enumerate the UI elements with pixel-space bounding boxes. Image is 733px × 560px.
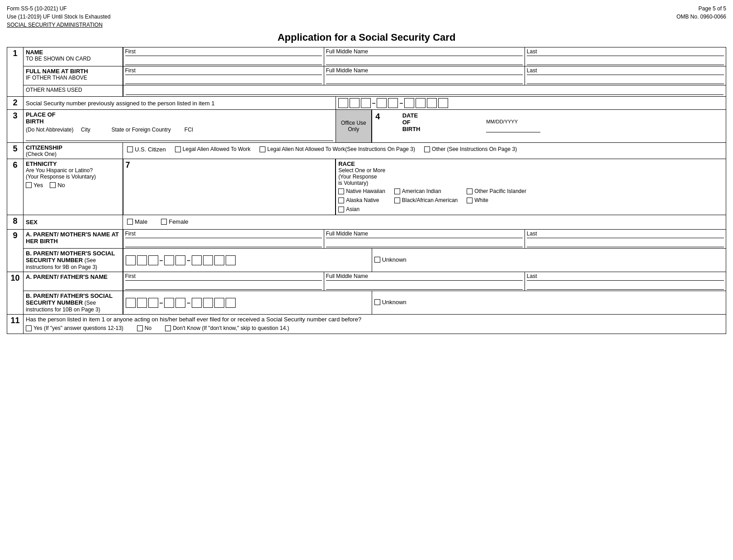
- input-birth-first[interactable]: [125, 76, 322, 84]
- row-number-1: 1: [7, 47, 24, 97]
- ssn-box-1[interactable]: [338, 98, 348, 108]
- col-middle-birth: Full Middle Name: [326, 67, 523, 75]
- row4-number: 4: [374, 111, 402, 133]
- input-place-of-birth[interactable]: [26, 133, 333, 141]
- citizenship-legal-alien-allowed[interactable]: Legal Alien Allowed To Work: [175, 146, 251, 152]
- checkbox-legal-alien-not-allowed[interactable]: [260, 146, 265, 152]
- row10b-ssn: – –: [123, 291, 372, 315]
- row5-label: CITIZENSHIP (Check One): [24, 143, 123, 159]
- checkbox-ethnicity-no[interactable]: [50, 182, 56, 188]
- row9b-label: B. PARENT/ MOTHER'S SOCIAL SECURITY NUMB…: [24, 249, 123, 272]
- col-last: Last: [527, 48, 724, 56]
- agency: SOCIAL SECURITY ADMINISTRATION: [7, 21, 110, 29]
- race-other-pacific[interactable]: Other Pacific Islander: [467, 188, 526, 194]
- use-note: Use (11-2019) UF Until Stock Is Exhauste…: [7, 13, 110, 21]
- input-mother-first[interactable]: [125, 239, 322, 247]
- ssn-box-8[interactable]: [427, 98, 437, 108]
- page-title: Application for a Social Security Card: [7, 32, 726, 43]
- row3-label: PLACE OF BIRTH (Do Not Abbreviate) City …: [24, 110, 336, 143]
- input-name-middle[interactable]: [326, 57, 523, 65]
- row10b-unknown: Unknown: [372, 291, 726, 315]
- row11-no[interactable]: No: [137, 325, 151, 331]
- input-father-middle[interactable]: [326, 282, 523, 290]
- checkbox-us-citizen[interactable]: [127, 146, 133, 152]
- row10a-name-fields: First Full Middle Name Last: [123, 272, 726, 291]
- row2-label: Social Security number previously assign…: [24, 97, 336, 110]
- row1-birth-name-fields: First Full Middle Name Last: [123, 66, 726, 85]
- ethnicity-no[interactable]: No: [50, 182, 65, 188]
- row-number-11: 11: [7, 315, 24, 334]
- row5-options: U.S. Citizen Legal Alien Allowed To Work…: [123, 143, 726, 159]
- header-left: Form SS-5 (10-2021) UF Use (11-2019) UF …: [7, 5, 110, 29]
- ssn-box-4[interactable]: [377, 98, 387, 108]
- ssn-box-6[interactable]: [404, 98, 414, 108]
- race-alaska-native[interactable]: Alaska Native: [338, 197, 385, 203]
- form-number: Form SS-5 (10-2021) UF: [7, 5, 110, 13]
- row1-label-other: OTHER NAMES USED: [24, 85, 123, 97]
- row7-race: RACE Select One or More (Your Response i…: [336, 159, 726, 215]
- row9a-name-fields: First Full Middle Name Last: [123, 230, 726, 249]
- ssn-box-5[interactable]: [388, 98, 398, 108]
- row11-content: Has the person listed in item 1 or anyon…: [24, 315, 726, 334]
- row9b-ssn: – –: [123, 249, 372, 272]
- row10b-label: B. PARENT/ FATHER'S SOCIAL SECURITY NUMB…: [24, 291, 123, 315]
- input-mother-last[interactable]: [527, 239, 724, 247]
- checkbox-ethnicity-yes[interactable]: [26, 182, 32, 188]
- sex-male[interactable]: Male: [127, 218, 147, 225]
- row1-other-names-field[interactable]: [123, 85, 726, 97]
- row11-yes[interactable]: Yes (If "yes" answer questions 12-13): [26, 325, 123, 331]
- citizenship-other[interactable]: Other (See Instructions On Page 3): [424, 146, 517, 152]
- row9a-label: A. PARENT/ MOTHER'S NAME AT HER BIRTH: [24, 230, 123, 249]
- col-first: First: [125, 48, 322, 56]
- row-number-6: 6: [7, 159, 24, 215]
- row6-label: ETHNICITY Are You Hispanic or Latino? (Y…: [24, 159, 123, 215]
- input-birth-last[interactable]: [527, 76, 724, 84]
- input-mother-middle[interactable]: [326, 239, 523, 247]
- row1-label-fullname: FULL NAME AT BIRTH IF OTHER THAN ABOVE: [24, 66, 123, 85]
- row8-sex-options: Male Female: [123, 215, 726, 230]
- row-number-9: 9: [7, 230, 24, 272]
- row4-cell: 4 DATE OF BIRTH MM/DD/YYYY: [372, 110, 726, 143]
- row-number-8: 8: [7, 215, 24, 230]
- ssn-box-9[interactable]: [438, 98, 448, 108]
- checkbox-female[interactable]: [161, 219, 167, 225]
- col-first-birth: First: [125, 67, 322, 75]
- row-number-7: 7: [126, 160, 130, 169]
- row10a-label: A. PARENT/ FATHER'S NAME: [24, 272, 123, 291]
- checkbox-other-citizenship[interactable]: [424, 146, 430, 152]
- input-name-last[interactable]: [527, 57, 724, 65]
- col-middle: Full Middle Name: [326, 48, 523, 56]
- row-number-10: 10: [7, 272, 24, 315]
- race-black-african[interactable]: Black/African American: [394, 197, 458, 203]
- race-asian[interactable]: Asian: [338, 206, 385, 212]
- input-father-last[interactable]: [527, 282, 724, 290]
- row7-number-cell: 7: [123, 159, 336, 215]
- race-native-hawaiian[interactable]: Native Hawaiian: [338, 188, 385, 194]
- col-last-birth: Last: [527, 67, 724, 75]
- input-birth-middle[interactable]: [326, 76, 523, 84]
- citizenship-us-citizen[interactable]: U.S. Citizen: [127, 146, 166, 153]
- row-number-3: 3: [7, 110, 24, 143]
- checkbox-male[interactable]: [127, 219, 133, 225]
- row2-ssn: – –: [336, 97, 726, 110]
- race-white[interactable]: White: [467, 197, 526, 203]
- ssn-box-2[interactable]: [350, 98, 359, 108]
- row11-dont-know[interactable]: Don't Know (If "don't know," skip to que…: [165, 325, 289, 331]
- input-father-first[interactable]: [125, 282, 322, 290]
- row1-label-name: NAME TO BE SHOWN ON CARD: [24, 47, 123, 66]
- mother-ssn-unknown[interactable]: Unknown: [374, 256, 724, 263]
- row-number-2: 2: [7, 97, 24, 110]
- ethnicity-yes[interactable]: Yes: [26, 182, 43, 188]
- input-dob[interactable]: [486, 124, 540, 132]
- father-ssn-unknown[interactable]: Unknown: [374, 299, 724, 306]
- input-name-first[interactable]: [125, 57, 322, 65]
- ssn-box-7[interactable]: [416, 98, 426, 108]
- ssn-box-3[interactable]: [361, 98, 371, 108]
- citizenship-legal-alien-not-allowed[interactable]: Legal Alien Not Allowed To Work(See Inst…: [260, 146, 415, 152]
- office-use-only: Office Use Only: [336, 110, 372, 143]
- omb-number: OMB No. 0960-0066: [676, 13, 726, 21]
- sex-female[interactable]: Female: [161, 218, 188, 225]
- header-right: Page 5 of 5 OMB No. 0960-0066: [676, 5, 726, 29]
- race-american-indian[interactable]: American Indian: [394, 188, 458, 194]
- checkbox-legal-alien-allowed[interactable]: [175, 146, 181, 152]
